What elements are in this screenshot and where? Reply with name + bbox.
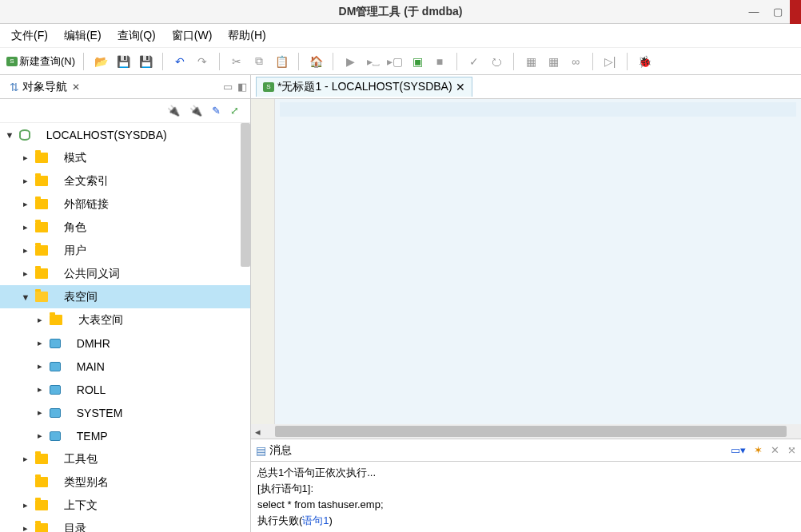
tree-node[interactable]: 类型别名 [0, 470, 250, 494]
menu-file[interactable]: 文件(F) [11, 29, 48, 43]
tree-node[interactable]: ▸ 工具包 [0, 447, 250, 470]
tree-scrollbar[interactable] [241, 123, 250, 267]
grid2-icon[interactable]: ▦ [544, 53, 562, 70]
tree-label: DMHR [77, 337, 110, 350]
object-tree[interactable]: ▼ LOCALHOST(SYSDBA)▸ 模式▸ 全文索引▸ 外部链接▸ 角色▸… [0, 123, 250, 532]
close-editor-tab-icon[interactable]: ✕ [456, 81, 465, 93]
msg-clear-icon[interactable]: ✶ [754, 444, 763, 456]
tree-node[interactable]: ▸ 外部链接 [0, 193, 250, 216]
tree-node[interactable]: ▸ TEMP [0, 424, 250, 447]
editor-tab[interactable]: S *无标题1 - LOCALHOST(SYSDBA) ✕ [256, 77, 472, 97]
tree-node-root[interactable]: ▼ LOCALHOST(SYSDBA) [0, 123, 250, 146]
sql-editor[interactable] [251, 99, 801, 424]
edit-icon[interactable]: ✎ [212, 105, 221, 117]
tree-node[interactable]: ▸ 用户 [0, 239, 250, 262]
msg-text: 执行失败( [257, 514, 302, 526]
tree-label: 目录 [64, 522, 86, 533]
msg-line: 总共1个语句正依次执行... [257, 465, 795, 481]
menu-query[interactable]: 查询(Q) [118, 29, 156, 43]
forward-icon[interactable]: ▷| [601, 53, 619, 70]
link-icon[interactable]: ∞ [567, 53, 584, 70]
tree-node[interactable]: ▸ 角色 [0, 216, 250, 239]
bug-icon[interactable]: 🐞 [636, 53, 653, 70]
tree-label: MAIN [77, 360, 105, 373]
close-tab-icon[interactable]: ✕ [72, 81, 80, 93]
expand-icon[interactable]: ⤢ [230, 105, 239, 117]
disconnect-icon[interactable]: 🔌 [189, 105, 202, 117]
navigator-panel: ⇅ 对象导航 ✕ ▭ ◧ 🔌 🔌 ✎ ⤢ ▼ LOCALHOST(SYSDBA)… [0, 75, 251, 532]
separator [162, 53, 163, 70]
editor-hscrollbar[interactable]: ◂ [251, 424, 801, 439]
tree-node[interactable]: ▸ DMHR [0, 332, 250, 355]
msg-text: ) [329, 514, 333, 526]
minimize-button[interactable]: — [742, 0, 766, 24]
menu-edit[interactable]: 编辑(E) [64, 29, 102, 43]
separator [333, 53, 333, 70]
folder-icon [35, 245, 48, 256]
maximize-button[interactable]: ▢ [766, 0, 790, 24]
close-button[interactable] [790, 0, 801, 24]
tree-label: 用户 [64, 244, 86, 258]
separator [456, 53, 457, 70]
msg-dropdown-icon[interactable]: ▭▾ [731, 444, 746, 456]
grid-icon[interactable]: ▦ [522, 53, 540, 70]
tree-node[interactable]: ▸ 上下文 [0, 494, 250, 517]
tree-node[interactable]: ▸ 大表空间 [0, 308, 250, 332]
tree-label: 外部链接 [64, 197, 109, 212]
new-query-button[interactable]: S 新建查询(N) [6, 54, 75, 69]
editor-text[interactable] [275, 99, 801, 424]
tree-label: 模式 [64, 151, 86, 165]
tree-node[interactable]: ▸ SYSTEM [0, 401, 250, 424]
messages-tab[interactable]: ▤ 消息 [256, 443, 292, 458]
save-all-icon[interactable]: 💾 [137, 53, 154, 70]
check-icon[interactable]: ✓ [465, 53, 483, 70]
tree-label: 角色 [64, 220, 86, 235]
msg-close-icon[interactable]: ✕ [771, 444, 779, 456]
paste-icon[interactable]: 📋 [273, 53, 290, 70]
menubar: 文件(F) 编辑(E) 查询(Q) 窗口(W) 帮助(H) [0, 24, 801, 48]
menu-window[interactable]: 窗口(W) [172, 29, 213, 43]
separator [627, 53, 628, 70]
save-icon[interactable]: 💾 [114, 53, 132, 70]
msg-link[interactable]: 语句1 [302, 514, 329, 526]
open-folder-icon[interactable]: 📂 [92, 53, 110, 70]
connect-icon[interactable]: 🔌 [167, 105, 180, 117]
messages-body[interactable]: 总共1个语句正依次执行... [执行语句1]: select * from ta… [251, 462, 801, 532]
run-selection-icon[interactable]: ▸▢ [386, 53, 404, 70]
undo-icon[interactable]: ↶ [171, 53, 189, 70]
folder-icon [35, 268, 48, 279]
pin-icon[interactable]: ⭮ [488, 53, 505, 70]
tree-node[interactable]: ▸ MAIN [0, 355, 250, 378]
editor-gutter [251, 99, 275, 424]
copy-icon[interactable]: ⧉ [250, 53, 268, 70]
tree-node[interactable]: ▸ 公共同义词 [0, 262, 250, 285]
tree-node[interactable]: ▸ 全文索引 [0, 169, 250, 193]
folder-icon [35, 153, 48, 163]
nav-tree-icon: ⇅ [10, 81, 19, 93]
tree-node[interactable]: ▸ 模式 [0, 146, 250, 169]
tree-node[interactable]: ▸ 目录 [0, 517, 250, 532]
tree-label: 工具包 [64, 452, 98, 466]
sql-icon: S [263, 82, 274, 92]
window-title: DM管理工具 (于 dmdba) [339, 5, 463, 19]
tree-label: 表空间 [64, 290, 98, 304]
panel-menu-icon[interactable]: ◧ [237, 81, 247, 93]
toolbar: S 新建查询(N) 📂 💾 💾 ↶ ↷ ✂ ⧉ 📋 🏠 ▶ ▸⎵ ▸▢ ▣ ■ … [0, 48, 801, 75]
tree-label: 公共同义词 [64, 267, 120, 281]
run-icon[interactable]: ▶ [341, 53, 359, 70]
tree-node[interactable]: ▸ ROLL [0, 378, 250, 401]
redo-icon[interactable]: ↷ [193, 53, 211, 70]
stop-icon[interactable]: ■ [431, 53, 448, 70]
menu-help[interactable]: 帮助(H) [228, 29, 265, 43]
tree-label: 上下文 [64, 498, 98, 513]
minimize-panel-icon[interactable]: ▭ [223, 81, 233, 93]
msg-pin-icon[interactable]: ⤧ [787, 444, 796, 456]
run-step-icon[interactable]: ▸⎵ [364, 53, 381, 70]
navigator-tab[interactable]: ⇅ 对象导航 ✕ [5, 80, 85, 94]
separator [219, 53, 220, 70]
cut-icon[interactable]: ✂ [228, 53, 245, 70]
commit-icon[interactable]: ▣ [408, 53, 426, 70]
navigator-tab-label: 对象导航 [22, 80, 67, 94]
home-icon[interactable]: 🏠 [307, 53, 325, 70]
tree-node[interactable]: ▼ 表空间 [0, 285, 250, 308]
